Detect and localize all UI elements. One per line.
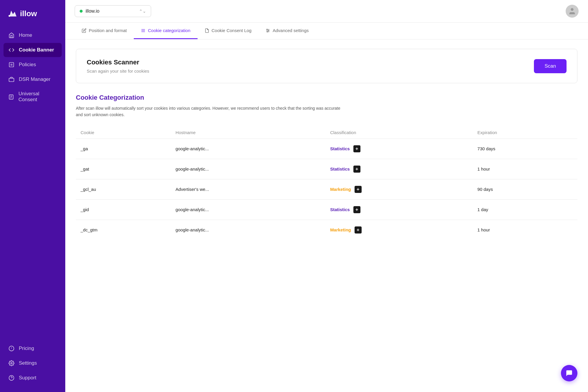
- cell-hostname: google-analytic...: [171, 159, 325, 179]
- pricing-icon: [8, 345, 15, 352]
- cell-expiration: 1 hour: [473, 159, 577, 179]
- menu-icon: [141, 28, 146, 33]
- sliders-icon: [265, 28, 270, 33]
- domain-text: illow.io: [86, 9, 136, 14]
- sidebar: illow Home Cookie Banner Policies DSR M: [0, 0, 65, 392]
- cell-classification: Statistics +: [325, 159, 473, 179]
- cell-classification: Statistics +: [325, 139, 473, 159]
- cell-expiration: 90 days: [473, 179, 577, 199]
- clipboard-icon: [8, 94, 14, 100]
- cell-hostname: Advertiser's we...: [171, 179, 325, 199]
- svg-point-9: [11, 363, 12, 364]
- user-avatar[interactable]: [566, 5, 579, 18]
- classification-stats-label: Statistics: [330, 207, 350, 212]
- cell-cookie: _gat: [76, 159, 171, 179]
- sidebar-label-dsr-manager: DSR Manager: [19, 76, 51, 82]
- sidebar-item-dsr-manager[interactable]: DSR Manager: [4, 72, 62, 86]
- cell-hostname: google-analytic...: [171, 139, 325, 159]
- sidebar-label-policies: Policies: [19, 62, 36, 68]
- tab-bar: Position and format Cookie categorizatio…: [65, 23, 588, 39]
- add-classification-button[interactable]: +: [355, 226, 362, 233]
- col-header-cookie: Cookie: [76, 126, 171, 139]
- cell-cookie: _dc_gtm: [76, 220, 171, 240]
- cell-hostname: google-analytic...: [171, 220, 325, 240]
- cell-cookie: _gcl_au: [76, 179, 171, 199]
- add-classification-button[interactable]: +: [353, 145, 360, 152]
- home-icon: [8, 32, 15, 39]
- add-classification-button[interactable]: +: [353, 166, 360, 173]
- classification-stats-label: Statistics: [330, 166, 350, 171]
- illow-logo-icon: [7, 8, 18, 19]
- sidebar-label-universal-consent: Universal Consent: [19, 91, 57, 103]
- add-classification-button[interactable]: +: [355, 186, 362, 193]
- svg-point-21: [267, 31, 268, 32]
- sidebar-label-home: Home: [19, 32, 32, 38]
- sidebar-label-pricing: Pricing: [19, 346, 34, 351]
- main-content: illow.io ⌃⌄ Position and format Cookie c…: [65, 0, 588, 392]
- domain-selector[interactable]: illow.io ⌃⌄: [75, 5, 151, 17]
- tab-advanced-settings[interactable]: Advanced settings: [258, 23, 316, 39]
- avatar-icon: [568, 7, 576, 15]
- categorization-title: Cookie Categorization: [76, 94, 577, 101]
- scanner-title: Cookies Scanner: [87, 59, 149, 66]
- briefcase-icon: [8, 76, 15, 83]
- classification-marketing-label: Marketing: [330, 227, 351, 232]
- code-icon: [8, 47, 15, 53]
- svg-point-20: [268, 30, 269, 31]
- cell-classification: Statistics +: [325, 199, 473, 220]
- sidebar-item-pricing[interactable]: Pricing: [4, 341, 62, 356]
- col-header-classification: Classification: [325, 126, 473, 139]
- chevron-icon: ⌃⌄: [139, 9, 146, 14]
- classification-stats-label: Statistics: [330, 146, 350, 151]
- svg-point-0: [9, 15, 10, 17]
- domain-status-dot: [80, 10, 83, 13]
- sidebar-item-cookie-banner[interactable]: Cookie Banner: [4, 43, 62, 57]
- sidebar-item-support[interactable]: Support: [4, 371, 62, 385]
- cell-expiration: 1 hour: [473, 220, 577, 240]
- tab-position-format[interactable]: Position and format: [75, 23, 134, 39]
- sidebar-label-support: Support: [19, 375, 36, 381]
- edit-icon: [82, 28, 86, 33]
- cell-expiration: 730 days: [473, 139, 577, 159]
- categorization-description: After scan illow will automatically sort…: [76, 105, 340, 118]
- table-row: _gcl_au Advertiser's we... Marketing + 9…: [76, 179, 577, 199]
- cell-classification: Marketing +: [325, 179, 473, 199]
- scanner-card: Cookies Scanner Scan again your site for…: [76, 49, 577, 83]
- table-row: _dc_gtm google-analytic... Marketing + 1…: [76, 220, 577, 240]
- cell-expiration: 1 day: [473, 199, 577, 220]
- sidebar-nav: Home Cookie Banner Policies DSR Manager: [0, 28, 65, 338]
- sidebar-item-home[interactable]: Home: [4, 28, 62, 42]
- support-icon: [8, 375, 15, 381]
- chat-button[interactable]: [561, 365, 577, 381]
- tab-advanced-settings-label: Advanced settings: [273, 28, 309, 33]
- cell-classification: Marketing +: [325, 220, 473, 240]
- svg-point-19: [267, 29, 268, 30]
- logo-text: illow: [20, 9, 37, 18]
- cell-hostname: google-analytic...: [171, 199, 325, 220]
- add-classification-button[interactable]: +: [353, 206, 360, 213]
- sidebar-item-policies[interactable]: Policies: [4, 58, 62, 72]
- table-row: _gid google-analytic... Statistics + 1 d…: [76, 199, 577, 220]
- cell-cookie: _ga: [76, 139, 171, 159]
- svg-point-12: [571, 8, 573, 11]
- col-header-expiration: Expiration: [473, 126, 577, 139]
- scanner-description: Scan again your site for cookies: [87, 69, 149, 74]
- classification-marketing-label: Marketing: [330, 187, 351, 192]
- scan-button[interactable]: Scan: [534, 59, 567, 73]
- svg-rect-4: [9, 78, 14, 82]
- tab-position-format-label: Position and format: [89, 28, 127, 33]
- file-icon: [8, 61, 15, 68]
- scanner-info: Cookies Scanner Scan again your site for…: [87, 59, 149, 74]
- table-row: _ga google-analytic... Statistics + 730 …: [76, 139, 577, 159]
- sidebar-label-settings: Settings: [19, 360, 37, 366]
- sidebar-item-settings[interactable]: Settings: [4, 356, 62, 370]
- tab-cookie-categorization-label: Cookie categorization: [148, 28, 190, 33]
- cell-cookie: _gid: [76, 199, 171, 220]
- doc-icon: [205, 28, 209, 33]
- sidebar-item-universal-consent[interactable]: Universal Consent: [4, 87, 62, 106]
- chat-icon: [565, 369, 573, 377]
- tab-cookie-categorization[interactable]: Cookie categorization: [134, 23, 197, 39]
- tab-cookie-consent-log[interactable]: Cookie Consent Log: [198, 23, 259, 39]
- topbar: illow.io ⌃⌄: [65, 0, 588, 23]
- table-row: _gat google-analytic... Statistics + 1 h…: [76, 159, 577, 179]
